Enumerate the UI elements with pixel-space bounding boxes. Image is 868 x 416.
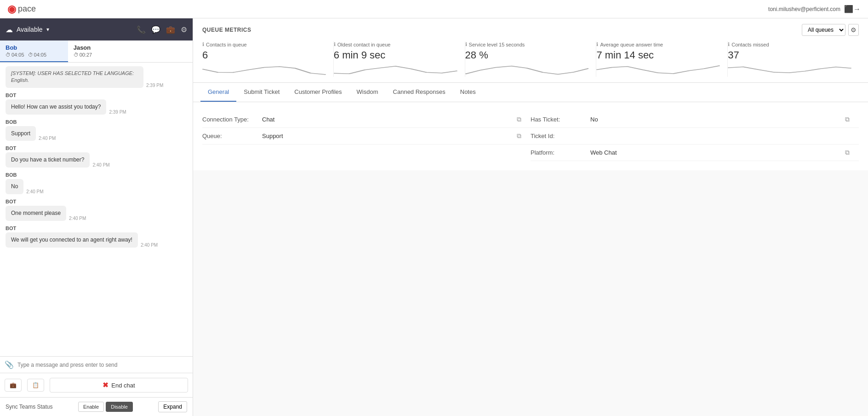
message-time: 2:40 PM (69, 216, 86, 221)
metric-value: 37 (728, 49, 851, 61)
info-value: Web Chat (590, 149, 617, 156)
chat-icon[interactable]: 💬 (151, 25, 160, 34)
chat-tab-jason-time: ⏱ 00:27 (74, 52, 92, 58)
tab-notes[interactable]: Notes (453, 83, 483, 102)
chat-tabs: Bob ⏱ 04:05 ⏱ 04:05 Jason ⏱ (0, 40, 193, 63)
attach-icon[interactable]: 📎 (5, 360, 14, 369)
left-panel: ☁ Available ▾ 📞 💬 💼 ⚙ Bob ⏱ 04:05 (0, 18, 193, 416)
status-left: ☁ Available ▾ (6, 25, 49, 34)
chat-messages[interactable]: [SYSTEM]: USER HAS SELECTED THE LANGUAGE… (0, 63, 193, 356)
sparkline-svg (202, 63, 326, 77)
metric-label-text: Contacts in queue (206, 42, 247, 47)
metric-value: 7 min 14 sec (596, 49, 720, 61)
top-nav: ◉ pace toni.milushev@perficient.com ⬛→ (0, 0, 868, 18)
message-sender: BOT (6, 145, 187, 151)
info-row-right-0: Has Ticket: No ⧉ (531, 111, 859, 128)
message-group: BOTHello! How can we assist you today?2:… (6, 92, 187, 115)
main-layout: ☁ Available ▾ 📞 💬 💼 ⚙ Bob ⏱ 04:05 (0, 18, 868, 416)
end-chat-button[interactable]: ✖ End chat (50, 378, 188, 393)
user-email: toni.milushev@perficient.com (768, 6, 840, 12)
copy-icon[interactable]: ⧉ (845, 116, 850, 123)
copy-icon[interactable]: ⧉ (517, 116, 521, 123)
status-dropdown-icon[interactable]: ▾ (46, 26, 49, 33)
metric-info-icon: ℹ (202, 41, 204, 47)
chat-tab-bob-time1: ⏱ 04:05 (6, 52, 24, 58)
message-bubble: One moment please (6, 206, 66, 221)
disable-button[interactable]: Disable (106, 402, 133, 412)
metric-value: 6 min 9 sec (334, 49, 457, 61)
chat-tab-jason[interactable]: Jason ⏱ 00:27 (68, 40, 136, 62)
chat-tab-jason-times: ⏱ 00:27 (74, 52, 131, 58)
notes-action-btn[interactable]: 📋 (27, 379, 44, 392)
info-label: Ticket Id: (531, 133, 590, 139)
cloud-icon: ☁ (6, 25, 13, 34)
tab-customer-profiles[interactable]: Customer Profiles (287, 83, 349, 102)
message-bubble-row: [SYSTEM]: USER HAS SELECTED THE LANGUAGE… (6, 66, 187, 88)
chat-input-row: 📎 (5, 360, 188, 369)
message-time: 2:40 PM (26, 189, 43, 194)
metric-label-text: Average queue answer time (600, 42, 663, 47)
message-bubble: Hello! How can we assist you today? (6, 99, 106, 115)
metric-label: ℹ Oldest contact in queue (334, 41, 457, 47)
message-time: 2:39 PM (109, 110, 126, 115)
sparkline-path (202, 67, 326, 75)
message-bubble-row: Hello! How can we assist you today?2:39 … (6, 99, 187, 115)
message-bubble-row: No2:40 PM (6, 179, 187, 194)
logo: ◉ pace (7, 3, 36, 15)
info-row-right-2: Platform: Web Chat ⧉ (531, 144, 859, 161)
info-left-col: Connection Type: Chat ⧉ Queue: Support ⧉ (202, 111, 531, 161)
chat-input[interactable] (17, 362, 188, 368)
metric-info-icon: ℹ (334, 41, 336, 47)
briefcase-icon[interactable]: 💼 (166, 25, 175, 34)
tab-wisdom[interactable]: Wisdom (349, 83, 386, 102)
sparkline-svg (596, 63, 720, 77)
logo-icon: ◉ (7, 3, 16, 15)
logo-text: pace (18, 4, 36, 14)
metric-info-icon: ℹ (596, 41, 598, 47)
tab-submit-ticket[interactable]: Submit Ticket (236, 83, 287, 102)
sparkline-svg (334, 63, 457, 77)
briefcase-btn-icon: 💼 (10, 382, 17, 388)
clock-icon-3: ⏱ (74, 52, 79, 58)
message-sender: Bob (6, 119, 187, 125)
message-bubble: [SYSTEM]: USER HAS SELECTED THE LANGUAGE… (6, 66, 143, 88)
message-group: BOTDo you have a ticket number?2:40 PM (6, 145, 187, 168)
sparkline-path (334, 66, 457, 74)
chat-tab-bob-time2: ⏱ 04:05 (28, 52, 47, 58)
message-bubble-row: We will get you connected to an agent ri… (6, 232, 187, 248)
info-row-left-0: Connection Type: Chat ⧉ (202, 111, 531, 128)
sparkline-path (465, 66, 589, 74)
logout-icon[interactable]: ⬛→ (844, 5, 861, 13)
queue-settings-icon[interactable]: ⚙ (848, 24, 859, 36)
copy-icon[interactable]: ⧉ (517, 132, 521, 140)
phone-icon[interactable]: 📞 (137, 25, 146, 34)
expand-button[interactable]: Expand (158, 401, 187, 412)
message-time: 2:40 PM (141, 243, 158, 248)
message-sender: BOT (6, 199, 187, 204)
briefcase-action-btn[interactable]: 💼 (5, 379, 22, 392)
chat-tab-bob[interactable]: Bob ⏱ 04:05 ⏱ 04:05 (0, 40, 68, 62)
sparkline-path (728, 67, 851, 73)
tab-canned-responses[interactable]: Canned Responses (386, 83, 453, 102)
queue-selector: All queues ⚙ (802, 24, 859, 36)
message-sender: Bob (6, 172, 187, 178)
queue-metrics: QUEUE METRICS All queues ⚙ ℹ Contacts in… (193, 18, 868, 83)
status-bar: ☁ Available ▾ 📞 💬 💼 ⚙ (0, 18, 193, 40)
settings-icon[interactable]: ⚙ (181, 25, 187, 34)
sync-buttons: Enable Disable (78, 402, 133, 412)
info-label: Platform: (531, 149, 590, 156)
enable-button[interactable]: Enable (78, 402, 104, 412)
message-group: BobSupport2:40 PM (6, 119, 187, 141)
message-time: 2:40 PM (92, 162, 109, 168)
sync-label: Sync Teams Status (6, 404, 53, 410)
copy-icon[interactable]: ⧉ (845, 149, 850, 156)
queue-metrics-header: QUEUE METRICS All queues ⚙ (202, 24, 859, 36)
metrics-row: ℹ Contacts in queue 6 ℹ Oldest contact i… (202, 41, 859, 77)
message-sender: BOT (6, 92, 187, 98)
content-area: Connection Type: Chat ⧉ Queue: Support ⧉… (193, 102, 868, 170)
tab-general[interactable]: General (200, 83, 236, 102)
message-bubble-row: One moment please2:40 PM (6, 206, 187, 221)
metric-item-2: ℹ Service level 15 seconds 28 % (465, 41, 597, 77)
metric-chart (596, 63, 720, 77)
queue-select[interactable]: All queues (802, 24, 845, 36)
